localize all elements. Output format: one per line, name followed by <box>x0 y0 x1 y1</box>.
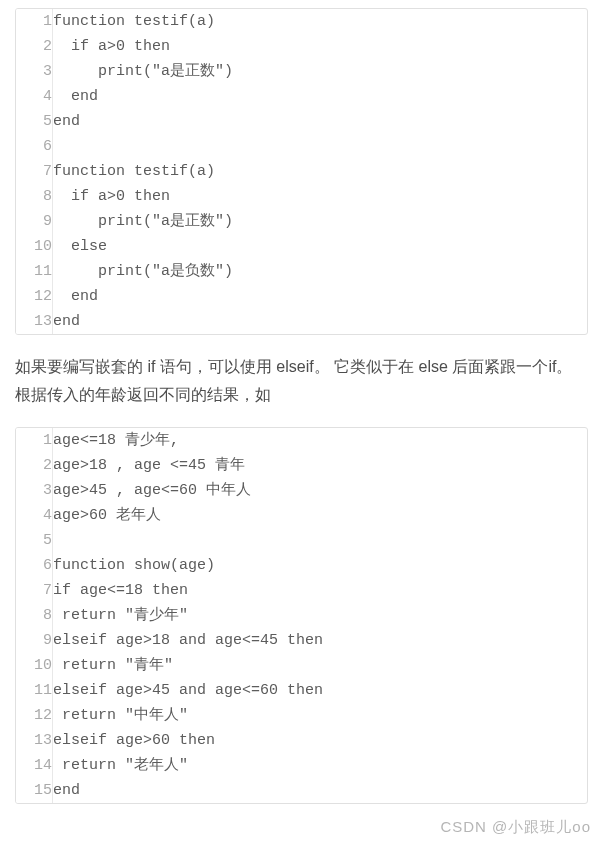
code-row: 4age>60 老年人 <box>16 503 587 528</box>
code-line: return "青少年" <box>53 603 588 628</box>
line-number: 9 <box>16 209 53 234</box>
code-line: return "中年人" <box>53 703 588 728</box>
code-row: 13elseif age>60 then <box>16 728 587 753</box>
code-row: 11 print("a是负数") <box>16 259 587 284</box>
code-table-2: 1age<=18 青少年,2age>18 , age <=45 青年3age>4… <box>16 428 587 803</box>
code-line: elseif age>60 then <box>53 728 588 753</box>
code-row: 12 return "中年人" <box>16 703 587 728</box>
line-number: 6 <box>16 553 53 578</box>
code-row: 7if age<=18 then <box>16 578 587 603</box>
line-number: 6 <box>16 134 53 159</box>
code-line: elseif age>18 and age<=45 then <box>53 628 588 653</box>
code-row: 5 <box>16 528 587 553</box>
line-number: 3 <box>16 59 53 84</box>
line-number: 4 <box>16 503 53 528</box>
code-row: 3 print("a是正数") <box>16 59 587 84</box>
code-row: 4 end <box>16 84 587 109</box>
line-number: 5 <box>16 528 53 553</box>
line-number: 12 <box>16 703 53 728</box>
code-line <box>53 134 588 159</box>
code-line: return "老年人" <box>53 753 588 778</box>
code-line: return "青年" <box>53 653 588 678</box>
code-row: 5end <box>16 109 587 134</box>
code-row: 7function testif(a) <box>16 159 587 184</box>
code-row: 10 else <box>16 234 587 259</box>
line-number: 15 <box>16 778 53 803</box>
code-row: 9elseif age>18 and age<=45 then <box>16 628 587 653</box>
code-line: function show(age) <box>53 553 588 578</box>
line-number: 12 <box>16 284 53 309</box>
code-row: 10 return "青年" <box>16 653 587 678</box>
code-line: if age<=18 then <box>53 578 588 603</box>
paragraph-elseif: 如果要编写嵌套的 if 语句，可以使用 elseif。 它类似于在 else 后… <box>15 353 588 409</box>
code-row: 14 return "老年人" <box>16 753 587 778</box>
code-line: age>60 老年人 <box>53 503 588 528</box>
line-number: 2 <box>16 34 53 59</box>
code-row: 6function show(age) <box>16 553 587 578</box>
line-number: 5 <box>16 109 53 134</box>
code-line: else <box>53 234 588 259</box>
line-number: 9 <box>16 628 53 653</box>
code-block-1: 1function testif(a)2 if a>0 then3 print(… <box>15 8 588 335</box>
code-line: end <box>53 309 588 334</box>
code-row: 2age>18 , age <=45 青年 <box>16 453 587 478</box>
code-line: end <box>53 109 588 134</box>
code-line: end <box>53 284 588 309</box>
line-number: 7 <box>16 159 53 184</box>
code-line: age>45 , age<=60 中年人 <box>53 478 588 503</box>
line-number: 1 <box>16 9 53 34</box>
code-line: print("a是负数") <box>53 259 588 284</box>
code-row: 8 if a>0 then <box>16 184 587 209</box>
line-number: 4 <box>16 84 53 109</box>
code-line <box>53 528 588 553</box>
code-row: 6 <box>16 134 587 159</box>
code-row: 1age<=18 青少年, <box>16 428 587 453</box>
line-number: 13 <box>16 309 53 334</box>
line-number: 7 <box>16 578 53 603</box>
line-number: 14 <box>16 753 53 778</box>
code-row: 15end <box>16 778 587 803</box>
code-line: if a>0 then <box>53 184 588 209</box>
code-line: if a>0 then <box>53 34 588 59</box>
code-block-2: 1age<=18 青少年,2age>18 , age <=45 青年3age>4… <box>15 427 588 804</box>
code-row: 2 if a>0 then <box>16 34 587 59</box>
code-row: 8 return "青少年" <box>16 603 587 628</box>
line-number: 2 <box>16 453 53 478</box>
code-row: 11elseif age>45 and age<=60 then <box>16 678 587 703</box>
code-line: print("a是正数") <box>53 209 588 234</box>
code-line: end <box>53 84 588 109</box>
code-row: 12 end <box>16 284 587 309</box>
code-line: end <box>53 778 588 803</box>
line-number: 8 <box>16 184 53 209</box>
line-number: 13 <box>16 728 53 753</box>
code-table-1: 1function testif(a)2 if a>0 then3 print(… <box>16 9 587 334</box>
code-line: age<=18 青少年, <box>53 428 588 453</box>
code-row: 13end <box>16 309 587 334</box>
code-line: function testif(a) <box>53 9 588 34</box>
code-row: 1function testif(a) <box>16 9 587 34</box>
line-number: 1 <box>16 428 53 453</box>
code-row: 3age>45 , age<=60 中年人 <box>16 478 587 503</box>
code-row: 9 print("a是正数") <box>16 209 587 234</box>
code-line: elseif age>45 and age<=60 then <box>53 678 588 703</box>
line-number: 11 <box>16 678 53 703</box>
code-line: function testif(a) <box>53 159 588 184</box>
line-number: 8 <box>16 603 53 628</box>
line-number: 10 <box>16 234 53 259</box>
line-number: 3 <box>16 478 53 503</box>
code-line: age>18 , age <=45 青年 <box>53 453 588 478</box>
code-line: print("a是正数") <box>53 59 588 84</box>
line-number: 11 <box>16 259 53 284</box>
line-number: 10 <box>16 653 53 678</box>
